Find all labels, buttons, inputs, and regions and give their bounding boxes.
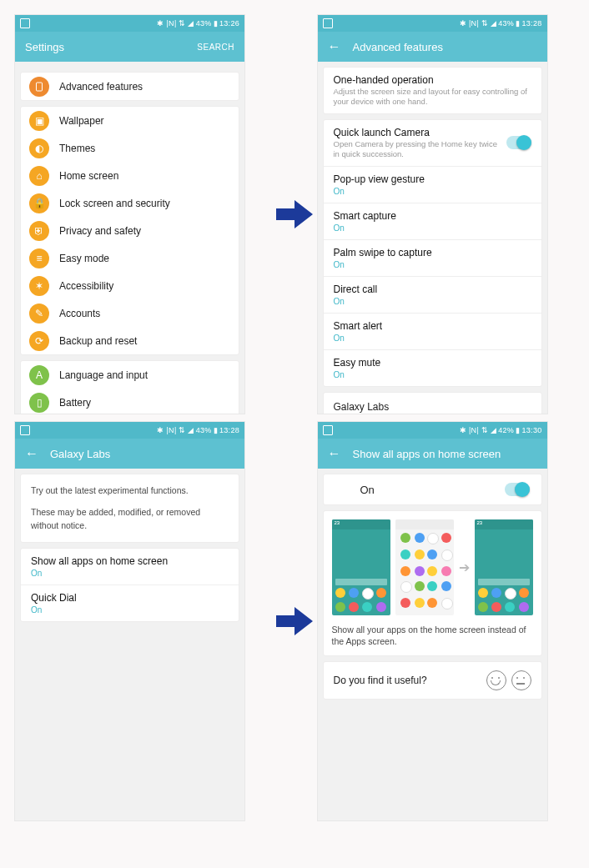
app-bar: Settings SEARCH (15, 32, 244, 62)
intro-text: Try out the latest experimental function… (20, 474, 239, 543)
svg-rect-0 (37, 83, 43, 91)
feedback-row: Do you find it useful? (323, 661, 542, 700)
item-popup-view-gesture[interactable]: Pop-up view gestureOn (324, 167, 541, 203)
step-arrow-icon (276, 607, 313, 635)
app-bar: ← Advanced features (318, 32, 547, 62)
item-label: Advanced features (59, 81, 230, 93)
item-title: Easy mute (334, 357, 531, 369)
item-label: Home screen (59, 170, 230, 182)
item-status: On (334, 370, 531, 379)
item-privacy-safety[interactable]: ⛨Privacy and safety (21, 217, 239, 244)
smile-face-icon[interactable] (486, 670, 506, 690)
status-bar: ✱ |N| ⇅ ◢ 43% ▮ 13:26 (15, 15, 244, 32)
weather-temp: 23 (332, 519, 390, 529)
item-title: Smart capture (334, 210, 531, 222)
weather-temp: 23 (475, 519, 533, 529)
shield-icon: ⛨ (29, 221, 49, 241)
intro-line: Try out the latest experimental function… (31, 484, 229, 498)
lock-icon: 🔒 (29, 193, 49, 213)
item-title: Quick Dial (31, 592, 229, 604)
screen-show-all-apps: ✱ |N| ⇅ ◢ 42% ▮ 13:30 ← Show all apps on… (318, 422, 547, 820)
toggle-label: On (335, 484, 505, 496)
item-palm-swipe[interactable]: Palm swipe to captureOn (324, 240, 541, 277)
item-smart-alert[interactable]: Smart alertOn (324, 314, 541, 350)
toggle-switch[interactable] (505, 483, 530, 496)
neutral-face-icon[interactable] (511, 670, 531, 690)
item-label: Privacy and safety (59, 225, 230, 237)
status-icons: ✱ |N| ⇅ ◢ (157, 19, 194, 28)
backup-icon: ⟳ (29, 331, 49, 351)
item-easy-mode[interactable]: ≡Easy mode (21, 244, 239, 272)
notification-icon (20, 18, 30, 28)
item-subtitle: Adjust the screen size and layout for ea… (334, 87, 531, 107)
item-language-input[interactable]: ALanguage and input (21, 361, 239, 389)
item-direct-call[interactable]: Direct callOn (324, 277, 541, 314)
preview-apps-drawer (395, 519, 454, 615)
item-home-screen[interactable]: ⌂Home screen (21, 162, 239, 189)
item-label: Lock screen and security (59, 198, 230, 209)
battery-icon: ▮ (214, 426, 218, 434)
page-title: Show all apps on home screen (353, 448, 537, 460)
toggle-switch[interactable] (506, 136, 531, 149)
mini-arrow-icon: ➔ (459, 559, 470, 575)
item-backup-reset[interactable]: ⟳Backup and reset (21, 327, 239, 354)
item-wallpaper[interactable]: ▣Wallpaper (21, 107, 239, 134)
item-title: Show all apps on home screen (31, 555, 229, 567)
item-label: Wallpaper (59, 115, 230, 127)
item-battery[interactable]: ▯Battery (21, 389, 239, 414)
back-button[interactable]: ← (328, 447, 341, 460)
search-action[interactable]: SEARCH (197, 43, 234, 52)
back-button[interactable]: ← (25, 447, 38, 460)
accessibility-icon: ✶ (29, 276, 49, 296)
screen-galaxy-labs: ✱ |N| ⇅ ◢ 43% ▮ 13:28 ← Galaxy Labs Try … (15, 422, 244, 820)
item-title: Galaxy Labs (334, 401, 390, 413)
item-status: On (31, 605, 229, 615)
battery-icon: ▮ (214, 19, 218, 28)
item-advanced-features[interactable]: Advanced features (21, 73, 239, 100)
item-show-all-apps[interactable]: Show all apps on home screenOn (21, 549, 239, 585)
item-themes[interactable]: ◐Themes (21, 134, 239, 162)
battery-pct: 42% (498, 426, 514, 434)
back-button[interactable]: ← (328, 40, 341, 53)
battery-pct: 43% (498, 19, 514, 28)
clock: 13:28 (219, 426, 239, 434)
notification-icon (323, 18, 333, 28)
page-title: Advanced features (353, 41, 537, 53)
item-title: One-handed operation (334, 74, 531, 86)
item-status: On (334, 260, 531, 269)
item-one-handed[interactable]: One-handed operation Adjust the screen s… (324, 68, 541, 113)
notification-icon (323, 425, 333, 435)
feedback-question: Do you find it useful? (334, 675, 481, 686)
battery-icon: ▮ (516, 19, 520, 28)
status-bar: ✱ |N| ⇅ ◢ 43% ▮ 13:28 (318, 15, 547, 32)
item-title: Pop-up view gesture (334, 173, 531, 185)
item-label: Accounts (59, 308, 230, 319)
step-arrow-icon (276, 200, 313, 228)
item-title: Palm swipe to capture (334, 247, 531, 258)
item-quick-launch-camera[interactable]: Quick launch Camera Open Camera by press… (324, 120, 541, 167)
item-status: On (334, 334, 531, 343)
item-smart-capture[interactable]: Smart captureOn (324, 203, 541, 240)
home-icon: ⌂ (29, 166, 49, 186)
item-title: Quick launch Camera (334, 127, 498, 138)
item-label: Easy mode (59, 253, 230, 264)
item-accessibility[interactable]: ✶Accessibility (21, 272, 239, 299)
wallpaper-icon: ▣ (29, 111, 49, 131)
item-label: Backup and reset (59, 335, 230, 347)
item-label: Language and input (59, 369, 230, 381)
screen-advanced-features: ✱ |N| ⇅ ◢ 43% ▮ 13:28 ← Advanced feature… (318, 15, 547, 414)
item-quick-dial[interactable]: Quick DialOn (21, 585, 239, 621)
app-bar: ← Show all apps on home screen (318, 439, 547, 469)
item-lock-security[interactable]: 🔒Lock screen and security (21, 189, 239, 217)
advanced-features-icon (29, 77, 49, 97)
item-easy-mute[interactable]: Easy muteOn (324, 350, 541, 386)
item-title: Smart alert (334, 320, 531, 332)
item-galaxy-labs[interactable]: Galaxy Labs (323, 392, 542, 414)
item-accounts[interactable]: ✎Accounts (21, 299, 239, 327)
preview-caption: Show all your apps on the home screen in… (332, 624, 533, 647)
clock: 13:26 (219, 19, 239, 28)
item-label: Accessibility (59, 280, 230, 292)
clock: 13:28 (521, 19, 541, 28)
easy-mode-icon: ≡ (29, 248, 49, 268)
preview-home-before: 23 (332, 519, 390, 615)
